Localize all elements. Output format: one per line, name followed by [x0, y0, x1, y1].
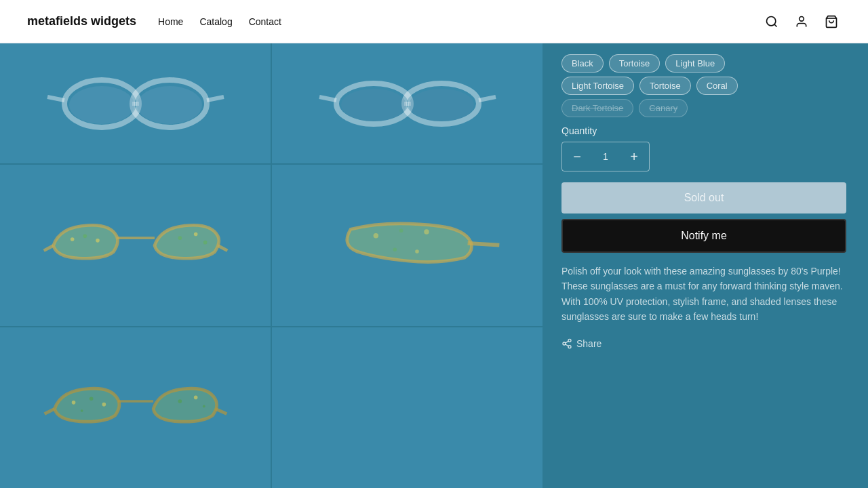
color-chip-tortoise-1[interactable]: Tortoise [609, 54, 660, 73]
svg-point-17 [409, 89, 474, 121]
share-row[interactable]: Share [561, 338, 846, 349]
svg-point-30 [424, 230, 429, 235]
header-left: metafields widgets Home Catalog Contact [27, 14, 281, 28]
color-chip-light-blue[interactable]: Light Blue [665, 54, 725, 73]
gallery-cell-1 [0, 43, 271, 163]
product-description: Polish off your look with these amazing … [561, 264, 846, 325]
svg-line-7 [47, 97, 64, 100]
glasses-image-1 [41, 63, 231, 144]
quantity-increase-button[interactable]: + [619, 142, 649, 171]
svg-point-9 [69, 86, 134, 124]
main-content: Black Tortoise Light Blue Light Tortoise… [0, 43, 868, 488]
gallery-cell-6 [272, 327, 542, 488]
quantity-decrease-button[interactable]: − [562, 142, 592, 171]
svg-point-24 [178, 236, 182, 240]
svg-point-26 [203, 241, 207, 245]
svg-point-45 [568, 345, 571, 348]
product-panel: Black Tortoise Light Blue Light Tortoise… [542, 43, 868, 488]
svg-point-37 [89, 396, 93, 401]
svg-line-8 [207, 97, 224, 100]
glasses-image-3 [41, 201, 231, 290]
color-chips-row3: Dark Tortoise Canary [561, 99, 846, 117]
color-chip-light-tortoise[interactable]: Light Tortoise [561, 77, 634, 95]
nav-home[interactable]: Home [158, 16, 183, 27]
svg-point-42 [202, 405, 205, 408]
svg-point-44 [563, 342, 566, 345]
svg-point-38 [102, 403, 106, 407]
svg-point-41 [193, 396, 197, 400]
color-chip-tortoise-2[interactable]: Tortoise [639, 77, 691, 95]
gallery-cell-5 [0, 327, 271, 488]
svg-line-34 [44, 409, 54, 413]
svg-line-27 [467, 243, 499, 245]
svg-point-29 [399, 229, 403, 233]
quantity-control: − 1 + [561, 142, 650, 171]
gallery-cell-4 [272, 165, 542, 325]
svg-line-1 [774, 24, 777, 26]
notify-me-button[interactable]: Notify me [561, 219, 846, 253]
gallery-cell-2 [272, 43, 542, 163]
svg-point-22 [83, 234, 87, 238]
color-chip-dark-tortoise[interactable]: Dark Tortoise [561, 99, 633, 117]
header-icons [762, 12, 841, 31]
sold-out-button: Sold out [561, 182, 846, 214]
svg-line-14 [319, 97, 336, 100]
site-header: metafields widgets Home Catalog Contact [0, 0, 868, 43]
color-chip-black[interactable]: Black [561, 54, 604, 73]
quantity-label: Quantity [561, 125, 846, 136]
account-button[interactable] [792, 12, 811, 31]
svg-point-10 [137, 86, 202, 124]
svg-point-40 [178, 399, 182, 403]
svg-point-32 [415, 250, 419, 254]
brand-name: metafields widgets [27, 14, 136, 28]
svg-point-28 [373, 233, 378, 238]
glasses-image-5 [41, 363, 231, 452]
svg-line-47 [566, 341, 569, 343]
color-chips-row2: Light Tortoise Tortoise Coral [561, 77, 846, 95]
svg-point-31 [393, 248, 397, 252]
glasses-image-4 [313, 204, 502, 286]
cart-button[interactable] [822, 12, 841, 31]
gallery-cell-3 [0, 165, 271, 325]
quantity-value: 1 [592, 151, 619, 162]
svg-point-2 [800, 16, 804, 21]
svg-point-16 [341, 89, 406, 121]
svg-line-46 [566, 344, 569, 346]
svg-point-21 [70, 237, 74, 241]
svg-line-20 [218, 245, 227, 250]
svg-point-39 [80, 409, 83, 412]
svg-point-36 [71, 401, 75, 405]
nav-catalog[interactable]: Catalog [199, 16, 232, 27]
svg-point-23 [96, 239, 100, 243]
color-chip-coral[interactable]: Coral [696, 77, 738, 95]
color-chips-row1: Black Tortoise Light Blue [561, 54, 846, 73]
share-label: Share [576, 338, 601, 349]
nav-contact[interactable]: Contact [249, 16, 281, 27]
svg-point-25 [193, 232, 197, 236]
color-chip-canary[interactable]: Canary [639, 99, 688, 117]
svg-point-43 [568, 339, 571, 342]
svg-line-19 [43, 245, 53, 250]
glasses-image-2 [313, 63, 502, 144]
search-button[interactable] [762, 12, 781, 31]
svg-line-35 [215, 409, 226, 413]
main-nav: Home Catalog Contact [158, 16, 281, 27]
svg-line-15 [479, 97, 496, 100]
share-icon [561, 338, 572, 349]
cart-icon [825, 15, 838, 28]
account-icon [795, 15, 808, 28]
product-gallery [0, 43, 542, 488]
svg-point-0 [767, 16, 776, 25]
color-options-section: Black Tortoise Light Blue Light Tortoise… [561, 54, 846, 117]
search-icon [765, 15, 778, 28]
